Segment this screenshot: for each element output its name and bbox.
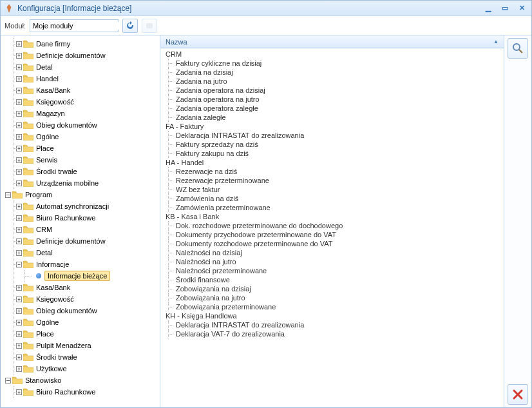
tree-node[interactable]: Definicje dokumentów	[14, 235, 160, 247]
expand-icon[interactable]	[14, 179, 23, 188]
expand-icon[interactable]	[14, 318, 23, 327]
list-item[interactable]: Zobowiązania na dzisiaj	[162, 284, 504, 293]
expand-icon[interactable]	[14, 39, 23, 48]
list-item[interactable]: Faktury sprzedaży na dziś	[162, 140, 504, 149]
list-item[interactable]: Dok. rozchodowe przeterminowane do docho…	[162, 221, 504, 230]
collapse-icon[interactable]	[3, 376, 12, 385]
list-item[interactable]: Zobowiązania przeterminowane	[162, 302, 504, 311]
list-item[interactable]: WZ bez faktur	[162, 185, 504, 194]
tree-node[interactable]: Automat synchronizacji	[14, 200, 160, 212]
tree-node[interactable]: Księgowość	[14, 96, 160, 108]
minimize-button[interactable]: ▁	[482, 4, 494, 13]
tree-node[interactable]: Użytkowe	[14, 363, 160, 374]
expand-icon[interactable]	[14, 329, 23, 338]
expand-icon[interactable]	[14, 353, 23, 362]
list-item[interactable]: Zadania operatora na jutro	[162, 95, 504, 104]
tree-node[interactable]: CRM	[14, 224, 160, 235]
tree-node[interactable]: Magazyn	[14, 108, 160, 119]
module-input[interactable]	[30, 22, 124, 30]
list-group[interactable]: KH - Księga Handlowa	[162, 311, 504, 320]
tree-node[interactable]: Biuro Rachunkowe	[14, 212, 160, 224]
expand-icon[interactable]	[14, 97, 23, 106]
tree-node-program[interactable]: Program	[3, 189, 160, 200]
list-item[interactable]: Zamówienia na dziś	[162, 194, 504, 203]
list-item[interactable]: Należności na dzisiaj	[162, 248, 504, 257]
expand-icon[interactable]	[14, 237, 23, 246]
expand-icon[interactable]	[14, 74, 23, 83]
expand-icon[interactable]	[14, 167, 23, 176]
expand-icon[interactable]	[14, 144, 23, 153]
tree-node-stanowisko[interactable]: Stanowisko	[3, 374, 160, 386]
list-item[interactable]: Zamówienia przeterminowane	[162, 203, 504, 212]
tree-node-informacje[interactable]: Informacje	[14, 258, 160, 270]
expand-icon[interactable]	[14, 364, 23, 373]
close-button[interactable]: ✕	[516, 4, 527, 13]
collapse-icon[interactable]	[14, 260, 23, 269]
expand-icon[interactable]	[14, 86, 23, 95]
tree-node[interactable]: Serwis	[14, 154, 160, 166]
list-item[interactable]: Deklaracja INTRASTAT do zrealizowania	[162, 131, 504, 140]
items-list[interactable]: CRMFaktury cykliczne na dzisiajZadania n…	[160, 48, 504, 407]
list-item[interactable]: Deklaracja INTRASTAT do zrealizowania	[162, 320, 504, 329]
cancel-button[interactable]	[508, 384, 528, 405]
list-item[interactable]: Zadania operatora na dzisiaj	[162, 86, 504, 95]
maximize-button[interactable]: ▭	[499, 4, 511, 13]
expand-icon[interactable]	[14, 109, 23, 118]
list-item[interactable]: Deklaracja VAT-7 do zrealizowania	[162, 329, 504, 338]
module-combo[interactable]: ▾	[30, 19, 119, 32]
list-group[interactable]: FA - Faktury	[162, 122, 504, 131]
tree-node[interactable]: Detal	[14, 247, 160, 258]
tree-node[interactable]: Ogólne	[14, 131, 160, 142]
list-item[interactable]: Należności na jutro	[162, 257, 504, 266]
tree-node[interactable]: Kasa/Bank	[14, 282, 160, 293]
expand-icon[interactable]	[14, 248, 23, 257]
list-item[interactable]: Zadania zaległe	[162, 113, 504, 122]
tree-node[interactable]: Definicje dokumentów	[14, 50, 160, 61]
collapse-icon[interactable]	[3, 190, 12, 199]
config-tree[interactable]: Dane firmy Definicje dokumentów Detal Ha…	[1, 35, 160, 407]
list-item[interactable]: Zadania na jutro	[162, 77, 504, 86]
list-item[interactable]: Dokumenty rozchodowe przeterminowane do …	[162, 239, 504, 248]
expand-icon[interactable]	[14, 202, 23, 211]
expand-icon[interactable]	[14, 295, 23, 304]
list-group[interactable]: HA - Handel	[162, 158, 504, 167]
tree-node[interactable]: Środki trwałe	[14, 166, 160, 177]
expand-icon[interactable]	[14, 225, 23, 234]
list-item[interactable]: Faktury zakupu na dziś	[162, 149, 504, 158]
tree-node[interactable]: Biuro Rachunkowe	[14, 386, 160, 398]
expand-icon[interactable]	[14, 283, 23, 292]
tree-node[interactable]: Dane firmy	[14, 38, 160, 50]
tree-node[interactable]: Obieg dokumentów	[14, 305, 160, 316]
tree-node[interactable]: Płace	[14, 142, 160, 154]
tree-node[interactable]: Urządzenia mobilne	[14, 177, 160, 189]
tree-node[interactable]: Obieg dokumentów	[14, 119, 160, 131]
tree-node[interactable]: Środki trwałe	[14, 351, 160, 363]
refresh-button[interactable]	[122, 19, 138, 33]
list-item[interactable]: Należności przeterminowane	[162, 266, 504, 275]
search-button[interactable]	[508, 38, 528, 59]
column-header-nazwa[interactable]: Nazwa ▲	[160, 35, 504, 48]
expand-icon[interactable]	[14, 213, 23, 222]
list-item[interactable]: Zadania operatora zaległe	[162, 104, 504, 113]
tree-node[interactable]: Ogólne	[14, 316, 160, 328]
list-item[interactable]: Faktury cykliczne na dzisiaj	[162, 59, 504, 68]
tree-node[interactable]: Handel	[14, 73, 160, 84]
list-item[interactable]: Rezerwacje przeterminowane	[162, 176, 504, 185]
expand-icon[interactable]	[14, 51, 23, 60]
list-item[interactable]: Rezerwacje na dziś	[162, 167, 504, 176]
list-item[interactable]: Środki finansowe	[162, 275, 504, 284]
tree-node-informacje-biezace[interactable]: Informacje bieżące	[25, 270, 160, 282]
tree-node[interactable]: Pulpit Menadżera	[14, 340, 160, 351]
list-item[interactable]: Dokumenty przychodowe przeterminowane do…	[162, 230, 504, 239]
tree-node[interactable]: Księgowość	[14, 293, 160, 305]
expand-icon[interactable]	[14, 387, 23, 396]
expand-icon[interactable]	[14, 155, 23, 164]
list-group[interactable]: KB - Kasa i Bank	[162, 212, 504, 221]
expand-icon[interactable]	[14, 341, 23, 350]
tree-node[interactable]: Płace	[14, 328, 160, 340]
expand-icon[interactable]	[14, 63, 23, 72]
expand-icon[interactable]	[14, 306, 23, 315]
list-group[interactable]: CRM	[162, 50, 504, 59]
tree-node[interactable]: Detal	[14, 61, 160, 73]
tree-node[interactable]: Kasa/Bank	[14, 84, 160, 96]
